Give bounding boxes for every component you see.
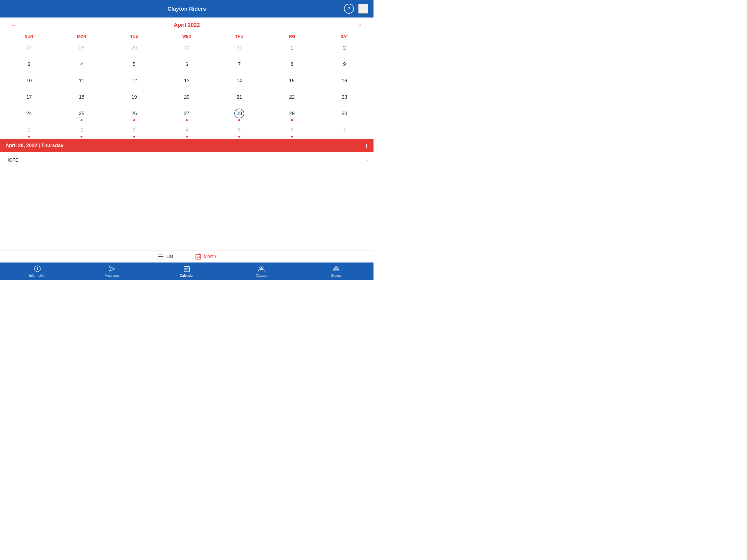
list-view-label: List <box>166 254 173 259</box>
svg-point-9 <box>198 257 199 257</box>
calendar-day-8[interactable]: 8 <box>265 57 318 73</box>
calendar-day-4[interactable]: 4 <box>55 57 108 73</box>
calendar-day-16[interactable]: 16 <box>318 73 371 90</box>
calendar-icon <box>183 265 190 273</box>
day-header-mon: MON <box>55 32 108 40</box>
calendar-day-18[interactable]: 18 <box>55 90 108 106</box>
calendar-day-31[interactable]: 31 <box>213 40 265 57</box>
day-header-sat: SAT <box>318 32 371 40</box>
calendar-day-29[interactable]: 29 <box>108 40 160 57</box>
calendar-day-29[interactable]: 29 <box>265 106 318 122</box>
calendar-day-30[interactable]: 30 <box>318 106 371 122</box>
bottom-tab-bar: Information Messages Calendar <box>0 262 374 280</box>
groups-icon <box>332 265 340 273</box>
calendar-day-5[interactable]: 5 <box>213 122 265 138</box>
month-view-label: Month <box>204 254 216 259</box>
day-header-wed: WED <box>160 32 213 40</box>
calendar-day-24[interactable]: 24 <box>3 106 55 122</box>
calendar-day-25[interactable]: 25 <box>55 106 108 122</box>
calendar-day-9[interactable]: 9 <box>318 57 371 73</box>
selected-date-banner: April 28, 2022 | Thursday ↑ <box>0 138 374 152</box>
calendar-day-10[interactable]: 10 <box>3 73 55 90</box>
svg-point-11 <box>197 258 198 258</box>
svg-rect-16 <box>184 266 189 272</box>
calendar-day-20[interactable]: 20 <box>160 90 213 106</box>
top-bar-actions: ? <box>344 4 368 14</box>
calendar-day-28[interactable]: 28 <box>213 106 265 122</box>
month-view-button[interactable]: Month <box>195 253 216 260</box>
day-header-fri: FRI <box>265 32 318 40</box>
calendar-day-3[interactable]: 3 <box>108 122 160 138</box>
calendar-day-1[interactable]: 1 <box>265 40 318 57</box>
calendar-day-5[interactable]: 5 <box>108 57 160 73</box>
svg-rect-21 <box>186 269 187 270</box>
information-icon <box>34 265 41 273</box>
day-header-sun: SUN <box>3 32 55 40</box>
calendar-day-21[interactable]: 21 <box>213 90 265 106</box>
calendar-day-3[interactable]: 3 <box>3 57 55 73</box>
svg-point-8 <box>197 257 198 257</box>
day-header-tue: TUE <box>108 32 160 40</box>
collapse-button[interactable]: ↑ <box>365 142 368 149</box>
calendar-day-headers: SUN MON TUE WED THU FRI SAT <box>0 32 374 40</box>
svg-rect-20 <box>185 269 186 270</box>
selected-date-label: April 28, 2022 | Thursday <box>5 143 63 149</box>
svg-point-23 <box>261 266 263 269</box>
calendar-grid: 2728293031123456789101112131415161718192… <box>0 40 374 138</box>
svg-point-26 <box>335 266 337 268</box>
calendar-day-26[interactable]: 26 <box>108 106 160 122</box>
event-list: HGFE› <box>0 152 374 168</box>
calendar-day-28[interactable]: 28 <box>55 40 108 57</box>
calendar-month-title: April 2022 <box>174 22 200 28</box>
tab-calendar-label: Calendar <box>180 274 194 278</box>
tab-classes-label: Classes <box>256 274 267 278</box>
app-title: Clayton Riders <box>168 6 206 12</box>
calendar-day-13[interactable]: 13 <box>160 73 213 90</box>
tab-calendar[interactable]: Calendar <box>149 265 224 278</box>
calendar-day-27[interactable]: 27 <box>3 40 55 57</box>
calendar-day-30[interactable]: 30 <box>160 40 213 57</box>
calendar-day-12[interactable]: 12 <box>108 73 160 90</box>
day-header-thu: THU <box>213 32 265 40</box>
share-button[interactable] <box>358 4 368 14</box>
calendar-day-1[interactable]: 1 <box>3 122 55 138</box>
tab-information-label: Information <box>29 274 46 278</box>
calendar-day-4[interactable]: 4 <box>160 122 213 138</box>
calendar-day-17[interactable]: 17 <box>3 90 55 106</box>
svg-point-10 <box>199 257 200 257</box>
calendar-day-2[interactable]: 2 <box>318 40 371 57</box>
svg-point-14 <box>37 267 38 268</box>
event-chevron-icon: › <box>366 157 368 163</box>
tab-information[interactable]: Information <box>0 265 75 278</box>
messages-icon <box>108 265 116 273</box>
calendar-day-27[interactable]: 27 <box>160 106 213 122</box>
prev-month-button[interactable]: ← <box>11 22 17 29</box>
calendar-day-7[interactable]: 7 <box>318 122 371 138</box>
calendar-day-2[interactable]: 2 <box>55 122 108 138</box>
calendar-day-6[interactable]: 6 <box>265 122 318 138</box>
calendar-day-22[interactable]: 22 <box>265 90 318 106</box>
view-switcher: List Month <box>0 250 374 262</box>
calendar-day-15[interactable]: 15 <box>265 73 318 90</box>
tab-groups-label: Groups <box>331 274 341 278</box>
next-month-button[interactable]: → <box>357 22 363 29</box>
calendar-day-11[interactable]: 11 <box>55 73 108 90</box>
list-view-button[interactable]: List <box>157 253 173 260</box>
calendar-day-14[interactable]: 14 <box>213 73 265 90</box>
calendar-nav: ← April 2022 → <box>0 18 374 32</box>
calendar-day-6[interactable]: 6 <box>160 57 213 73</box>
calendar-day-19[interactable]: 19 <box>108 90 160 106</box>
calendar-day-23[interactable]: 23 <box>318 90 371 106</box>
tab-messages-label: Messages <box>104 274 120 278</box>
event-name: HGFE <box>5 157 18 163</box>
tab-messages[interactable]: Messages <box>75 265 149 278</box>
tab-groups[interactable]: Groups <box>299 265 374 278</box>
svg-marker-15 <box>109 266 115 271</box>
top-bar: Clayton Riders ? <box>0 0 374 18</box>
event-item[interactable]: HGFE› <box>0 152 374 168</box>
classes-icon <box>258 265 265 273</box>
tab-classes[interactable]: Classes <box>224 265 299 278</box>
calendar-day-7[interactable]: 7 <box>213 57 265 73</box>
help-button[interactable]: ? <box>344 4 354 14</box>
